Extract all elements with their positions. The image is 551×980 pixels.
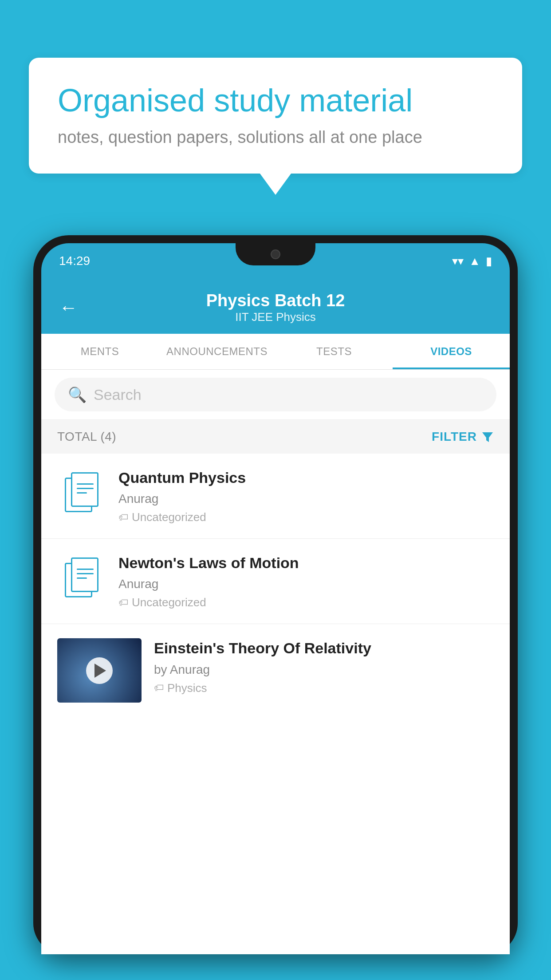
doc-icon xyxy=(65,472,98,512)
speech-bubble-container: Organised study material notes, question… xyxy=(29,58,522,174)
status-icons: ▾▾ ▲ ▮ xyxy=(452,254,492,268)
wifi-icon: ▾▾ xyxy=(452,254,464,268)
phone-wrapper: 14:29 ▾▾ ▲ ▮ ← Physics Batch 12 IIT JEE … xyxy=(33,235,518,980)
list-item[interactable]: Einstein's Theory Of Relativity by Anura… xyxy=(41,624,510,703)
back-button[interactable]: ← xyxy=(59,298,78,317)
play-button[interactable] xyxy=(86,657,113,684)
tab-videos[interactable]: VIDEOS xyxy=(393,334,510,369)
tag-label: Physics xyxy=(167,681,207,695)
doc-line xyxy=(77,492,87,494)
video-title: Einstein's Theory Of Relativity xyxy=(154,638,494,658)
status-time: 14:29 xyxy=(59,254,90,268)
app-header: ← Physics Batch 12 IIT JEE Physics xyxy=(41,279,510,334)
doc-line xyxy=(77,569,94,570)
battery-icon: ▮ xyxy=(486,254,492,268)
search-placeholder: Search xyxy=(94,386,142,403)
filter-funnel-icon xyxy=(481,431,494,443)
video-info: Einstein's Theory Of Relativity by Anura… xyxy=(154,638,494,695)
doc-icon xyxy=(65,557,98,597)
filter-bar: TOTAL (4) FILTER xyxy=(41,420,510,454)
tabs: MENTS ANNOUNCEMENTS TESTS VIDEOS xyxy=(41,334,510,370)
doc-page-front xyxy=(71,472,98,507)
video-info: Quantum Physics Anurag 🏷 Uncategorized xyxy=(118,468,494,524)
video-tag: 🏷 Physics xyxy=(154,681,494,695)
speech-bubble: Organised study material notes, question… xyxy=(29,58,522,174)
phone-notch xyxy=(236,243,315,265)
video-thumb-bg xyxy=(57,638,142,703)
list-item[interactable]: Quantum Physics Anurag 🏷 Uncategorized xyxy=(41,454,510,539)
speech-bubble-heading: Organised study material xyxy=(58,82,493,119)
tag-icon: 🏷 xyxy=(154,682,164,694)
svg-marker-0 xyxy=(482,432,493,442)
doc-icon-wrap xyxy=(57,553,106,602)
tag-label: Uncategorized xyxy=(132,596,206,609)
batch-subtitle: IIT JEE Physics xyxy=(87,310,464,324)
video-author: by Anurag xyxy=(154,663,494,677)
doc-line xyxy=(77,483,94,485)
list-item[interactable]: Newton's Laws of Motion Anurag 🏷 Uncateg… xyxy=(41,539,510,624)
tab-announcements[interactable]: ANNOUNCEMENTS xyxy=(158,334,276,369)
doc-line xyxy=(77,488,94,489)
tab-ments[interactable]: MENTS xyxy=(41,334,158,369)
tab-tests[interactable]: TESTS xyxy=(276,334,393,369)
video-author: Anurag xyxy=(118,492,494,506)
speech-bubble-subtext: notes, question papers, solutions all at… xyxy=(58,128,493,147)
video-tag: 🏷 Uncategorized xyxy=(118,510,494,524)
filter-label: FILTER xyxy=(432,430,477,444)
search-bar: 🔍 Search xyxy=(41,370,510,420)
doc-lines xyxy=(77,483,94,497)
doc-icon-wrap xyxy=(57,468,106,517)
batch-title: Physics Batch 12 xyxy=(87,291,464,310)
tag-icon: 🏷 xyxy=(118,597,128,609)
video-title: Newton's Laws of Motion xyxy=(118,553,494,573)
video-thumbnail xyxy=(57,638,142,703)
video-title: Quantum Physics xyxy=(118,468,494,487)
filter-button[interactable]: FILTER xyxy=(432,430,494,444)
doc-lines xyxy=(77,569,94,582)
doc-line xyxy=(77,577,87,579)
tag-label: Uncategorized xyxy=(132,510,206,524)
video-tag: 🏷 Uncategorized xyxy=(118,596,494,609)
status-bar: 14:29 ▾▾ ▲ ▮ xyxy=(41,243,510,279)
tag-icon: 🏷 xyxy=(118,512,128,523)
header-title-block: Physics Batch 12 IIT JEE Physics xyxy=(87,291,464,324)
doc-page-front xyxy=(71,557,98,592)
camera-dot xyxy=(271,249,280,259)
search-input-wrapper[interactable]: 🔍 Search xyxy=(55,378,496,411)
phone-outer: 14:29 ▾▾ ▲ ▮ ← Physics Batch 12 IIT JEE … xyxy=(33,235,518,954)
play-triangle-icon xyxy=(94,664,106,678)
total-count: TOTAL (4) xyxy=(57,430,116,444)
video-author: Anurag xyxy=(118,577,494,591)
video-info: Newton's Laws of Motion Anurag 🏷 Uncateg… xyxy=(118,553,494,609)
search-icon: 🔍 xyxy=(68,386,87,403)
video-list: Quantum Physics Anurag 🏷 Uncategorized xyxy=(41,454,510,703)
phone-screen: ← Physics Batch 12 IIT JEE Physics MENTS… xyxy=(41,279,510,954)
signal-icon: ▲ xyxy=(469,254,480,268)
doc-line xyxy=(77,573,94,574)
